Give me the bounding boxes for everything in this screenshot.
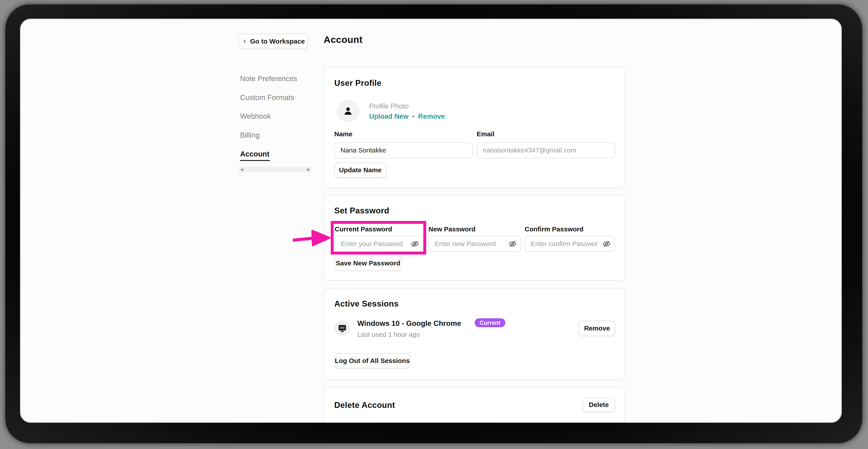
new-password-input[interactable] [429, 236, 521, 252]
person-icon [343, 106, 353, 116]
session-last-used: Last used 1 hour ago [358, 331, 420, 338]
confirm-password-label: Confirm Password [525, 226, 584, 233]
session-name: Windows 10 - Google Chrome [358, 319, 461, 328]
active-sessions-title: Active Sessions [334, 299, 399, 308]
set-password-title: Set Password [334, 206, 389, 215]
confirm-password-input[interactable] [525, 236, 615, 252]
upload-new-link[interactable]: Upload New [369, 113, 408, 120]
set-password-card: Set Password Current Password New Passwo… [323, 195, 625, 281]
delete-account-title: Delete Account [334, 400, 395, 410]
active-sessions-card: Active Sessions Windows 10 - Google Chro… [323, 288, 625, 380]
delete-account-card: Delete Account Delete [323, 387, 625, 423]
save-new-password-button[interactable]: Save New Password [334, 256, 402, 271]
remove-photo-link[interactable]: Remove [418, 113, 445, 120]
page-title: Account [323, 34, 363, 45]
sidebar-item-custom-formats[interactable]: Custom Formats [240, 93, 294, 102]
update-name-button[interactable]: Update Name [334, 162, 386, 178]
scroll-left-icon[interactable]: ◀ [240, 168, 243, 171]
name-label: Name [334, 130, 352, 138]
current-password-wrap [335, 236, 424, 252]
active-item-underline [240, 160, 270, 161]
avatar [337, 99, 360, 122]
chevron-left-icon [242, 38, 247, 44]
name-field[interactable] [334, 142, 473, 158]
email-field[interactable] [477, 142, 615, 158]
new-password-wrap [429, 236, 521, 252]
profile-photo-label: Profile Photo [369, 102, 409, 110]
eye-off-icon[interactable] [508, 240, 517, 248]
sidebar-item-billing[interactable]: Billing [240, 131, 260, 139]
confirm-password-wrap [525, 236, 615, 252]
sidebar-item-note-preferences[interactable]: Note Preferences [240, 74, 297, 83]
logout-all-sessions-button[interactable]: Log Out of All Sessions [334, 353, 410, 368]
back-button-label: Go to Workspace [250, 37, 305, 45]
new-password-label: New Password [429, 226, 475, 233]
eye-off-icon[interactable] [411, 240, 419, 248]
monitor-icon [338, 324, 347, 333]
sidebar-item-account[interactable]: Account [240, 150, 270, 158]
app-screen: Go to Workspace Account Note Preferences… [20, 19, 842, 423]
go-to-workspace-button[interactable]: Go to Workspace [238, 34, 308, 49]
link-separator: • [412, 113, 414, 120]
user-profile-title: User Profile [334, 79, 381, 88]
remove-session-button[interactable]: Remove [579, 321, 615, 336]
current-password-input[interactable] [335, 236, 424, 252]
current-password-label: Current Password [335, 226, 392, 233]
eye-off-icon[interactable] [602, 240, 611, 248]
session-device-avatar [335, 321, 350, 336]
sidebar-horizontal-scrollbar[interactable]: ◀ ▶ [239, 167, 311, 173]
user-profile-card: User Profile Profile Photo Upload New • … [323, 67, 625, 188]
sidebar-item-webhook[interactable]: Webhook [240, 112, 271, 120]
scroll-right-icon[interactable]: ▶ [307, 168, 310, 171]
email-label: Email [477, 130, 494, 138]
current-session-badge: Current [475, 318, 505, 327]
delete-account-button[interactable]: Delete [583, 398, 615, 412]
